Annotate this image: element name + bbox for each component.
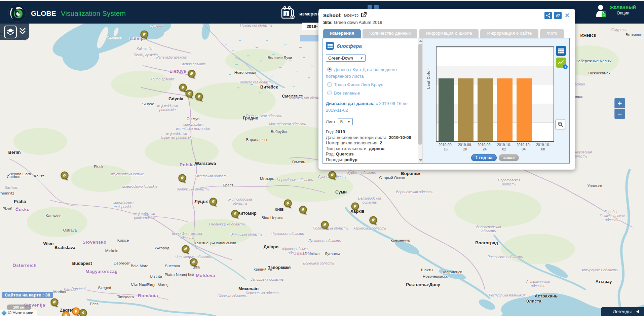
popup-content: биосфера Green-Down ▼ Дерево / Куст Дата… (323, 38, 570, 164)
site-value: Green down Autum 2019 (334, 20, 382, 25)
radio-icon[interactable] (327, 82, 332, 87)
radio-option[interactable]: Дерево / Куст Дата последнего потерянног… (326, 66, 415, 80)
bar-2019-10-04[interactable] (517, 78, 532, 141)
site-marker-olive[interactable] (231, 210, 239, 220)
panel-scrollbar[interactable] (418, 38, 423, 163)
layers-button[interactable] (4, 26, 17, 38)
site-marker-olive[interactable] (187, 70, 196, 80)
collapse-chevron-button[interactable] (19, 27, 26, 37)
x-tick-label: 2019-09-20 (455, 143, 475, 151)
calendar-thermometer-icon: 1 (280, 6, 296, 22)
bar-2019-09-20[interactable] (458, 78, 473, 141)
osm-logo-icon (1, 310, 7, 316)
one-year-button[interactable]: 1 год на (471, 154, 497, 161)
protocol-select[interactable]: Green-Down ▼ (326, 55, 366, 62)
dropdown-arrow-icon: ▼ (360, 57, 363, 60)
tab-Фото[interactable]: Фото (540, 29, 564, 38)
site-marker-olive[interactable] (328, 171, 337, 182)
legend-collapse-icon (636, 310, 639, 314)
tab-Информация о школе[interactable]: Информация о школе (419, 29, 479, 38)
custom-range-button[interactable]: заказ (499, 154, 519, 161)
share-button[interactable] (544, 12, 552, 19)
leaf-label: Лист: (326, 119, 337, 124)
popup-site-row: Site: Green down Autum 2019 (323, 20, 382, 25)
sphere-title: биосфера (337, 43, 362, 49)
biosphere-table-icon[interactable] (326, 42, 334, 50)
open-school-icon[interactable] (361, 12, 367, 19)
tab-bar: измеренияКоличество данныхИнформация о ш… (323, 29, 564, 38)
site-marker-olive[interactable] (185, 90, 194, 100)
legend-label: Легенды (613, 309, 632, 314)
close-popup-button[interactable]: ✕ (564, 12, 570, 19)
tab-Количество данных[interactable]: Количество данных (363, 29, 417, 38)
data-range: Диапазон дат данных: с 2019-09-16 по 201… (326, 100, 415, 114)
site-marker-orange[interactable] (72, 307, 80, 316)
detail-line: Тип растительности: дерево (326, 146, 415, 152)
scrollbar-thumb[interactable] (418, 44, 422, 145)
permalink-button[interactable] (554, 12, 562, 19)
attribution-text[interactable]: © Участники (8, 310, 33, 315)
site-marker-olive[interactable] (195, 93, 203, 103)
detail-line: Год: 2019 (326, 129, 415, 135)
leaf-value: 5 (340, 119, 343, 124)
map-layers-panel (0, 24, 29, 40)
protocol-value: Green-Down (328, 56, 353, 61)
x-tick-label: 2019-09-24 (475, 143, 494, 151)
site-marker-olive[interactable] (140, 30, 149, 41)
data-range-label: Диапазон дат данных: (326, 101, 375, 106)
observation-details: Год: 2019Дата последней потери листа: 20… (326, 129, 415, 163)
site-marker-olive[interactable] (181, 245, 190, 256)
site-marker-olive[interactable] (369, 216, 378, 227)
user-lock-icon[interactable] (595, 4, 607, 20)
site-marker-olive[interactable] (283, 199, 292, 210)
bar-2019-09-24[interactable] (478, 78, 493, 141)
tab-Информация о сайте[interactable]: Информация о сайте (480, 29, 538, 38)
school-label: School: (323, 12, 342, 18)
tab-измерения[interactable]: измерения (323, 29, 361, 38)
detail-line: Дата последней потери листа: 2019-10-08 (326, 135, 415, 141)
plus-badge-icon: + (563, 64, 568, 69)
x-tick-label: 2019-10-04 (514, 143, 533, 151)
add-to-chart-icon[interactable]: + (556, 58, 566, 68)
zoom-out-button[interactable]: − (614, 109, 625, 119)
site-marker-olive[interactable] (320, 221, 329, 232)
map-zoom-control: + − (614, 98, 625, 119)
measure-options: Дерево / Куст Дата последнего потерянног… (326, 66, 415, 97)
radio-option[interactable]: Трава Финик Лиф Браун (326, 81, 415, 88)
brand-subtitle: Visualization System (61, 9, 126, 17)
site-marker-olive[interactable] (50, 298, 59, 309)
site-marker-olive[interactable] (189, 258, 198, 269)
sites-count-badge: Сайтов на карте : 38 (2, 292, 53, 298)
site-marker-olive[interactable] (178, 174, 187, 185)
app: LatvijaLietuvaPolskaČeskoSlovenskoMagyar… (0, 0, 644, 316)
radio-icon[interactable] (327, 91, 332, 95)
radio-option[interactable]: Все зеленые (326, 90, 415, 97)
site-marker-olive[interactable] (351, 202, 359, 213)
site-marker-orange[interactable] (62, 311, 70, 316)
detail-line: Породы: робур (326, 157, 415, 163)
legend-toggle-button[interactable]: Легенды (601, 307, 644, 316)
bar-chart (436, 46, 554, 142)
chart-ylabel: Leaf Color (426, 69, 430, 89)
dropdown-arrow-icon: ▼ (347, 120, 350, 124)
svg-text:1: 1 (285, 12, 288, 16)
scroll-down-arrow-icon[interactable] (419, 159, 422, 162)
detail-line: Род: Quercus (326, 151, 415, 157)
leaf-select[interactable]: 5 ▼ (338, 118, 353, 125)
options-link[interactable]: Опции (617, 11, 630, 15)
x-tick-label: 2019-09-16 (436, 143, 455, 151)
site-marker-olive[interactable] (60, 171, 69, 182)
zoom-in-button[interactable]: + (614, 98, 625, 108)
username: желанный (610, 4, 636, 10)
site-marker-olive[interactable] (299, 206, 307, 216)
radio-icon[interactable] (327, 67, 332, 72)
chart-zoom-button[interactable] (555, 119, 565, 129)
bar-2019-09-16[interactable] (439, 78, 454, 141)
globe-logo-icon (8, 4, 26, 23)
site-marker-olive[interactable] (209, 198, 218, 208)
measurements-date-widget[interactable]: 1 измерения (280, 6, 325, 22)
data-table-icon[interactable] (556, 46, 566, 56)
popup-school-row: School: MSPO (323, 12, 367, 19)
bar-2019-10-02[interactable] (497, 78, 513, 141)
scroll-up-arrow-icon[interactable] (419, 40, 422, 42)
